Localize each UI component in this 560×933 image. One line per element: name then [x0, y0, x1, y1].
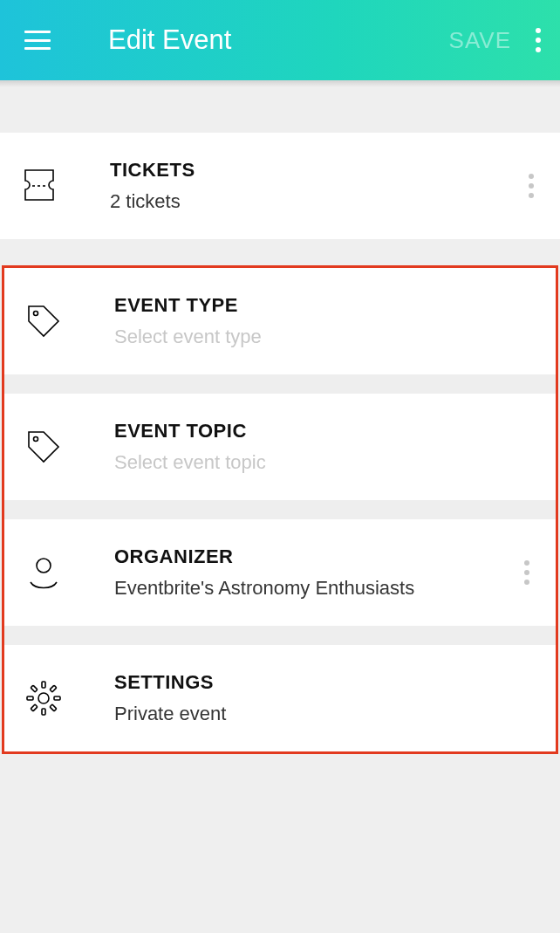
svg-rect-11 — [50, 685, 57, 692]
event-type-content: EVENT TYPE Select event type — [114, 294, 535, 348]
tickets-subtitle: 2 tickets — [110, 190, 529, 213]
separator — [4, 500, 556, 519]
event-type-title: EVENT TYPE — [114, 294, 535, 317]
header-shadow — [0, 80, 560, 87]
svg-rect-13 — [31, 685, 38, 692]
organizer-content: ORGANIZER Eventbrite's Astronomy Enthusi… — [114, 545, 524, 600]
organizer-row[interactable]: ORGANIZER Eventbrite's Astronomy Enthusi… — [4, 519, 556, 626]
spacer — [0, 239, 560, 265]
event-topic-title: EVENT TOPIC — [114, 420, 535, 442]
more-options-icon[interactable] — [536, 28, 541, 52]
svg-point-5 — [37, 559, 51, 573]
svg-point-3 — [34, 312, 38, 316]
svg-rect-14 — [50, 704, 57, 711]
svg-rect-12 — [31, 704, 38, 711]
highlighted-section: EVENT TYPE Select event type EVENT TOPIC… — [2, 265, 558, 754]
gear-icon — [24, 678, 64, 718]
app-header: Edit Event SAVE — [0, 0, 560, 80]
organizer-subtitle: Eventbrite's Astronomy Enthusiasts — [114, 577, 524, 600]
event-topic-content: EVENT TOPIC Select event topic — [114, 420, 535, 474]
event-topic-subtitle: Select event topic — [114, 451, 535, 474]
tickets-row[interactable]: TICKETS 2 tickets — [0, 133, 560, 239]
settings-row[interactable]: SETTINGS Private event — [4, 645, 556, 751]
event-type-row[interactable]: EVENT TYPE Select event type — [4, 268, 556, 374]
svg-rect-9 — [27, 696, 33, 700]
separator — [4, 374, 556, 394]
hamburger-menu-icon[interactable] — [24, 31, 51, 50]
tag-icon — [24, 427, 64, 467]
svg-rect-10 — [54, 696, 60, 700]
page-title: Edit Event — [108, 24, 449, 56]
tickets-more-icon[interactable] — [529, 174, 534, 198]
svg-rect-7 — [42, 682, 45, 688]
tickets-title: TICKETS — [110, 159, 529, 182]
person-icon — [24, 552, 64, 593]
svg-rect-8 — [42, 709, 45, 715]
organizer-title: ORGANIZER — [114, 545, 524, 568]
tag-icon — [24, 301, 64, 341]
tickets-content: TICKETS 2 tickets — [110, 159, 529, 213]
settings-content: SETTINGS Private event — [114, 671, 535, 725]
settings-subtitle: Private event — [114, 703, 535, 725]
event-type-subtitle: Select event type — [114, 326, 535, 348]
organizer-more-icon[interactable] — [524, 560, 529, 585]
spacer — [0, 87, 560, 133]
svg-point-4 — [34, 437, 38, 442]
settings-title: SETTINGS — [114, 671, 535, 694]
save-button[interactable]: SAVE — [449, 27, 511, 54]
separator — [4, 626, 556, 645]
ticket-icon — [19, 166, 59, 206]
event-topic-row[interactable]: EVENT TOPIC Select event topic — [4, 394, 556, 500]
svg-point-6 — [38, 693, 49, 703]
